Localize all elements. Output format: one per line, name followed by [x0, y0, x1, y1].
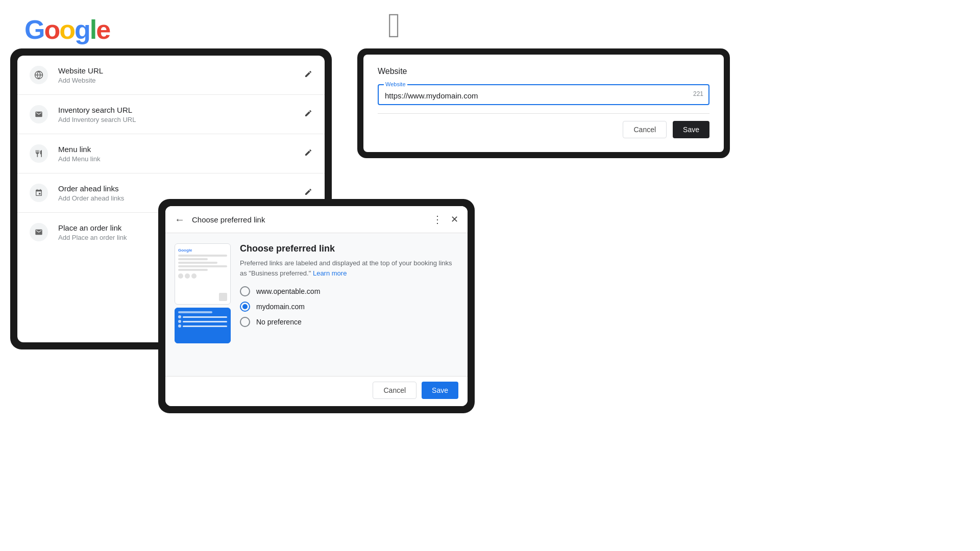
url-item-inventory: Inventory search URL Add Inventory searc… [17, 95, 325, 134]
preview-link-row-1 [178, 315, 227, 318]
dialog-more-button[interactable]: ⋮ [432, 213, 444, 226]
radio-outer-opentable [240, 286, 250, 296]
menu-url-title: Menu link [58, 145, 304, 154]
logo-letter-o2: o [59, 14, 75, 45]
preview-link-dot-2 [178, 320, 181, 323]
order-ahead-icon [30, 184, 48, 202]
dialog-close-button[interactable]: ✕ [451, 214, 458, 225]
preview-link-row-2 [178, 320, 227, 323]
preview-link-line-2 [183, 321, 227, 322]
tablet-right: Website Website 221 https://www.mydomain… [357, 48, 730, 158]
preview-bottom-line-1 [178, 311, 212, 313]
dialog-back-button[interactable]: ← [175, 214, 185, 226]
website-panel: Website Website 221 https://www.mydomain… [363, 55, 724, 152]
apple-logo:  [388, 5, 401, 45]
preview-line-5 [178, 269, 208, 271]
menu-url-edit-button[interactable] [304, 148, 312, 159]
preview-link-row-3 [178, 324, 227, 328]
choose-preferred-link-dialog: ← Choose preferred link ⋮ ✕ Google [165, 206, 468, 406]
website-input-label: Website [384, 81, 407, 87]
website-divider [378, 113, 709, 114]
dialog-footer: Cancel Save [165, 376, 468, 406]
order-ahead-url-title: Order ahead links [58, 184, 304, 193]
url-item-website: Website URL Add Website [17, 56, 325, 95]
website-input-wrapper: Website 221 https://www.mydomain.com [378, 84, 709, 105]
dialog-body: Google [165, 233, 468, 376]
website-char-count: 221 [693, 90, 703, 97]
preview-save-icon [219, 293, 227, 301]
website-actions: Cancel Save [378, 121, 709, 138]
website-url-title: Website URL [58, 66, 304, 75]
radio-label-opentable: www.opentable.com [256, 287, 320, 295]
dialog-tablet: ← Choose preferred link ⋮ ✕ Google [158, 199, 475, 413]
preview-lines [178, 255, 227, 271]
google-logo: Google [24, 14, 110, 45]
website-save-button[interactable]: Save [673, 121, 709, 138]
dialog-save-button[interactable]: Save [422, 382, 458, 399]
inventory-icon [30, 105, 48, 123]
dialog-preview: Google [175, 243, 231, 369]
preview-line-1 [178, 255, 227, 257]
radio-outer-no-preference [240, 317, 250, 327]
preview-google-text: Google [178, 248, 227, 253]
preview-top: Google [175, 243, 231, 305]
preview-circle-2 [185, 273, 190, 279]
logo-letter-l: l [90, 14, 96, 45]
radio-inner-mydomain [242, 304, 248, 309]
dialog-content-desc: Preferred links are labeled and displaye… [240, 258, 458, 278]
website-url-edit-button[interactable] [304, 70, 312, 80]
preview-line-3 [178, 262, 217, 264]
logo-letter-o1: o [44, 14, 59, 45]
menu-url-text: Menu link Add Menu link [58, 145, 304, 163]
place-order-icon [30, 223, 48, 241]
website-panel-label: Website [378, 67, 709, 76]
learn-more-link[interactable]: Learn more [313, 269, 347, 277]
url-item-menu: Menu link Add Menu link [17, 134, 325, 173]
website-icon [30, 66, 48, 84]
preview-bottom [175, 308, 231, 343]
preview-line-2 [178, 258, 208, 260]
logo-letter-g: G [24, 14, 44, 45]
radio-item-mydomain[interactable]: mydomain.com [240, 302, 458, 312]
preview-link-dot-1 [178, 315, 181, 318]
radio-outer-mydomain [240, 302, 250, 312]
preview-icons-row [178, 273, 227, 279]
website-input-value[interactable]: https://www.mydomain.com [385, 91, 702, 100]
dialog-header-title: Choose preferred link [192, 215, 432, 224]
dialog-content: Choose preferred link Preferred links ar… [240, 243, 458, 369]
menu-icon [30, 144, 48, 163]
order-ahead-url-edit-button[interactable] [304, 188, 312, 198]
inventory-url-edit-button[interactable] [304, 109, 312, 119]
radio-group: www.opentable.com mydomain.com No prefer… [240, 286, 458, 327]
logo-letter-g2: g [75, 14, 90, 45]
logo-letter-e: e [96, 14, 110, 45]
radio-label-mydomain: mydomain.com [256, 303, 305, 311]
radio-item-opentable[interactable]: www.opentable.com [240, 286, 458, 296]
dialog-cancel-button[interactable]: Cancel [373, 382, 416, 399]
inventory-url-text: Inventory search URL Add Inventory searc… [58, 106, 304, 123]
preview-link-dot-3 [178, 324, 181, 328]
dialog-header: ← Choose preferred link ⋮ ✕ [165, 206, 468, 233]
inventory-url-subtitle: Add Inventory search URL [58, 116, 304, 123]
preview-link-line-3 [183, 325, 227, 327]
radio-label-no-preference: No preference [256, 318, 302, 326]
preview-link-line-1 [183, 316, 227, 318]
inventory-url-title: Inventory search URL [58, 106, 304, 114]
radio-item-no-preference[interactable]: No preference [240, 317, 458, 327]
preview-line-4 [178, 265, 227, 267]
preview-circle-3 [191, 273, 197, 279]
menu-url-subtitle: Add Menu link [58, 155, 304, 163]
preview-circle-1 [178, 273, 183, 279]
website-cancel-button[interactable]: Cancel [623, 121, 667, 138]
website-url-text: Website URL Add Website [58, 66, 304, 84]
website-url-subtitle: Add Website [58, 77, 304, 84]
dialog-content-title: Choose preferred link [240, 243, 458, 254]
